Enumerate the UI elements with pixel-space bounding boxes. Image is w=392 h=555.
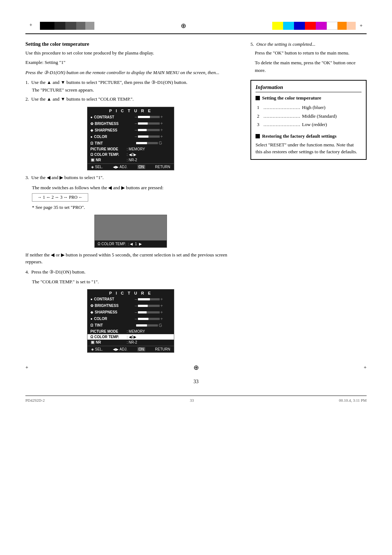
left-color-bar <box>40 22 94 30</box>
center-top-reg-mark: ⊕ <box>94 22 272 30</box>
screen1-ret: ON <box>138 165 145 169</box>
footer-left: PD4292D-2 <box>25 398 45 402</box>
left-bottom-reg: + <box>25 365 28 370</box>
screen1-adj: ◀▶ ADJ. <box>113 165 127 169</box>
info-item-1: 1 ........................ High (bluer) <box>257 103 362 112</box>
steps-list: 1. Use the ▲ and ▼ buttons to select "PI… <box>25 79 236 103</box>
step-3-container: 3. Use the ◀ and ▶ buttons to select "1"… <box>25 174 236 211</box>
mode-switch-box: → 1 ↔ 2 ↔ 3 ↔ PRO ← <box>32 193 236 202</box>
screen1-mode-picture: PICTURE MODE : MEMORY <box>87 146 174 152</box>
left-top-reg-mark: + <box>25 22 36 28</box>
info-item-2: 2 ........................ Middle (Stand… <box>257 112 362 120</box>
section2-icon <box>256 134 260 138</box>
if-neither-text: If neither the ◀ or ▶ button is pressed … <box>25 251 236 266</box>
screen1-row-sharpness: ◈SHARPNESS – + <box>87 127 174 133</box>
main-columns: Setting the color temperature Use this p… <box>25 41 367 356</box>
page: + ⊕ + Setting the color tempera <box>0 0 392 555</box>
screen2-row-tint: ΩTINT G <box>87 322 174 329</box>
info-box: Information Setting the color temperatur… <box>250 80 367 159</box>
screen2-row-brightness: ✿BRIGHTNESS – + <box>87 303 174 309</box>
step-4-sub: The "COLOR TEMP." is set to "1". <box>32 278 236 285</box>
footer-center: 33 <box>190 398 194 402</box>
ct-bottom: Ω COLOR TEMP. : ◀ 1 ▶ <box>95 240 167 247</box>
info-item-3: 3 ........................ Low (redder) <box>257 120 362 129</box>
step5-line1: Press the "OK" button to return to the m… <box>255 49 367 57</box>
step-1-sub: The "PICTURE" screen appears. <box>32 86 236 94</box>
ct-label: Ω COLOR TEMP. <box>98 242 126 246</box>
screen2-return-label: RETURN <box>155 347 170 351</box>
screen2-mode-picture: PICTURE MODE : MEMORY <box>87 329 174 334</box>
screen1-row-contrast: ●CONTRAST – + <box>87 114 174 120</box>
step-1: 1. Use the ▲ and ▼ buttons to select "PI… <box>25 79 236 93</box>
screen1-mode-nr: 🔲 NR : NR-2 <box>87 157 174 163</box>
info-section2-text: Select "RESET" under the function menu. … <box>256 141 362 155</box>
screen1-row-color: ●COLOR – + <box>87 133 174 140</box>
right-top-reg-mark: + <box>356 23 367 29</box>
bottom-reg-row: + ⊕ + <box>25 364 367 372</box>
section-heading: Setting the color temperature <box>25 41 236 47</box>
screen2-sel: ◈ SEL. <box>91 347 103 351</box>
example-label: Example: Setting "1" <box>25 60 236 65</box>
info-title: Information <box>256 84 362 92</box>
screen1-title: P I C T U R E <box>87 107 174 114</box>
top-rule <box>25 33 367 34</box>
right-column: 5. Once the setting is completed... Pres… <box>250 41 367 356</box>
step5-line2: To delete the main menu, press the "OK" … <box>255 59 367 74</box>
footer: PD4292D-2 33 00.10.4, 3:11 PM <box>25 396 367 402</box>
info-items-list: 1 ........................ High (bluer) … <box>256 103 362 129</box>
screen2-title: P I C T U R E <box>87 289 174 296</box>
italic-instruction: Press the ③-D1(ON) button on the remote … <box>25 69 236 76</box>
screen2-ret: ON <box>138 347 145 351</box>
color-temp-screen: Ω COLOR TEMP. : ◀ 1 ▶ <box>94 215 167 248</box>
see-page-note: * See page 35 to set "PRO". <box>32 204 236 211</box>
step-2: 2. Use the ▲ and ▼ buttons to select "CO… <box>25 96 236 103</box>
footer-right: 00.10.4, 3:11 PM <box>339 398 367 402</box>
screen1-row-tint: ΩTINT G <box>87 140 174 146</box>
screen1-bottom: ◈ SEL. ◀▶ ADJ. ON RETURN <box>87 163 174 170</box>
left-column: Setting the color temperature Use this p… <box>25 41 236 356</box>
screen2-mode-colortemp: Ω COLOR TEMP. : ◀1▶ <box>87 334 174 340</box>
step5-container: 5. Once the setting is completed... Pres… <box>250 41 367 74</box>
screen2-row-color: ●COLOR – + <box>87 316 174 322</box>
screen2-adj: ◀▶ ADJ. <box>113 347 127 351</box>
info-item-2-desc: Middle (Standard) <box>302 112 337 120</box>
right-bottom-reg: + <box>364 365 367 370</box>
screen1-row-brightness: ✿BRIGHTNESS – + <box>87 120 174 127</box>
info-section1-heading: Setting the color temperature <box>256 95 362 101</box>
center-bottom-reg: ⊕ <box>193 364 199 372</box>
ct-preview-area <box>95 215 167 240</box>
screen1-sel: ◈ SEL. <box>91 165 103 169</box>
right-color-bar <box>272 22 356 30</box>
screen2-row-contrast: ●CONTRAST – + <box>87 296 174 303</box>
info-item-1-desc: High (bluer) <box>302 103 326 112</box>
screen2-bottom: ◈ SEL. ◀▶ ADJ. ON RETURN <box>87 346 174 352</box>
section1-icon <box>256 96 260 100</box>
page-number: 33 <box>25 379 367 385</box>
picture-screen-1: P I C T U R E ●CONTRAST – + ✿BRIGHTNESS … <box>87 107 174 170</box>
ct-value: : ◀ 1 ▶ <box>128 242 142 246</box>
screen1-mode-colortemp: Ω COLOR TEMP. : ◀2▶ <box>87 152 174 157</box>
step-4-text: 4. Press the ③-D1(ON) button. <box>25 268 236 276</box>
info-item-3-desc: Low (redder) <box>302 120 327 129</box>
step-3-sub1: The mode switches as follows when the ◀ … <box>32 184 236 191</box>
intro-text: Use this procedure to set color tone pro… <box>25 49 236 57</box>
screen1-return-label: RETURN <box>155 165 170 169</box>
screen2-row-sharpness: ◈SHARPNESS – + <box>87 309 174 316</box>
step-4-container: 4. Press the ③-D1(ON) button. The "COLOR… <box>25 268 236 285</box>
screen2-mode-nr: 🔲 NR : NR-2 <box>87 340 174 345</box>
info-section2-heading: Restoring the factory default settings <box>256 133 362 139</box>
picture-screen-2: P I C T U R E ●CONTRAST – + ✿BRIGHTNESS … <box>87 289 174 353</box>
step-3-text: 3. Use the ◀ and ▶ buttons to select "1"… <box>25 174 236 181</box>
step5-heading: 5. Once the setting is completed... <box>250 41 367 47</box>
